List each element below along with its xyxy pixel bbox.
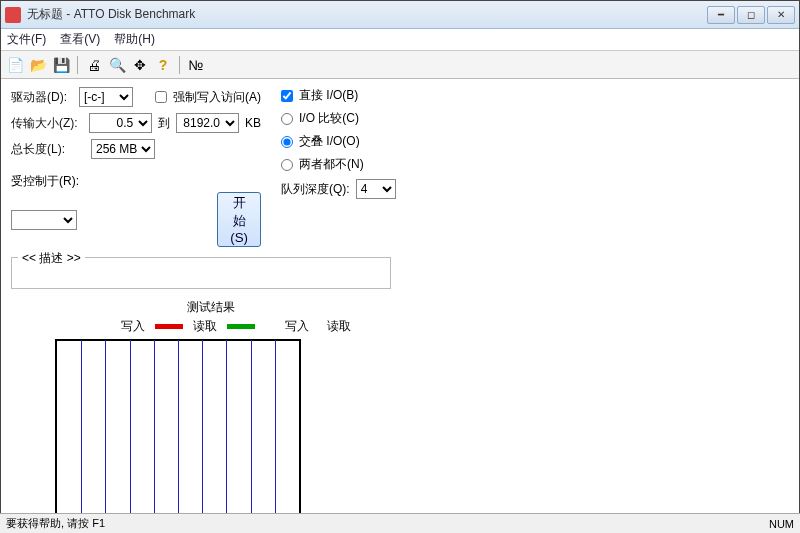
close-button[interactable]: ✕: [767, 6, 795, 24]
neither-radio[interactable]: [281, 159, 293, 171]
controlled-select[interactable]: [11, 210, 77, 230]
save-icon[interactable]: 💾: [51, 55, 71, 75]
queue-select[interactable]: 4: [356, 179, 396, 199]
length-select[interactable]: 256 MB: [91, 139, 155, 159]
drive-select[interactable]: [-c-]: [79, 87, 133, 107]
print-icon[interactable]: 🖨: [84, 55, 104, 75]
left-column: 驱动器(D): [-c-] 强制写入访问(A) 传输大小(Z): 0.5 到 8…: [11, 87, 261, 247]
menu-file[interactable]: 文件(F): [7, 31, 46, 48]
minimize-button[interactable]: ━: [707, 6, 735, 24]
result-title: 测试结果: [11, 299, 411, 316]
to-label: 到: [158, 115, 170, 132]
new-icon[interactable]: 📄: [5, 55, 25, 75]
menu-help[interactable]: 帮助(H): [114, 31, 155, 48]
status-text: 要获得帮助, 请按 F1: [6, 516, 105, 531]
transfer-label: 传输大小(Z):: [11, 115, 83, 132]
title-bar: 无标题 - ATTO Disk Benchmark ━ ◻ ✕: [1, 1, 799, 29]
size-from-select[interactable]: 0.5: [89, 113, 152, 133]
start-button[interactable]: 开始(S): [217, 192, 261, 247]
window-buttons: ━ ◻ ✕: [707, 6, 795, 24]
app-icon: [5, 7, 21, 23]
menu-view[interactable]: 查看(V): [60, 31, 100, 48]
description-group: << 描述 >>: [11, 257, 391, 289]
size-to-select[interactable]: 8192.0: [176, 113, 239, 133]
col-write-header: 写入: [285, 318, 309, 335]
force-write-checkbox[interactable]: [155, 91, 167, 103]
about-icon[interactable]: №: [186, 55, 206, 75]
io-compare-label: I/O 比较(C): [299, 110, 359, 127]
help-icon[interactable]: ?: [153, 55, 173, 75]
legend-read-swatch: [227, 324, 255, 329]
right-column: 直接 I/O(B) I/O 比较(C) 交叠 I/O(O) 两者都不(N) 队列…: [281, 87, 396, 247]
chart-area: [11, 339, 789, 529]
legend: 写入 读取 写入 读取: [121, 318, 789, 335]
legend-read-label: 读取: [193, 318, 217, 335]
overlap-io-label: 交叠 I/O(O): [299, 133, 360, 150]
legend-write-swatch: [155, 324, 183, 329]
force-write-label: 强制写入访问(A): [173, 89, 261, 106]
preview-icon[interactable]: 🔍: [107, 55, 127, 75]
controlled-label: 受控制于(R):: [11, 173, 261, 190]
kb-label: KB: [245, 116, 261, 130]
window-title: 无标题 - ATTO Disk Benchmark: [27, 6, 707, 23]
legend-write-label: 写入: [121, 318, 145, 335]
neither-label: 两者都不(N): [299, 156, 364, 173]
length-label: 总长度(L):: [11, 141, 85, 158]
status-bar: 要获得帮助, 请按 F1 NUM: [0, 513, 800, 533]
content-area: 驱动器(D): [-c-] 强制写入访问(A) 传输大小(Z): 0.5 到 8…: [1, 79, 799, 533]
chart: [55, 339, 301, 529]
maximize-button[interactable]: ◻: [737, 6, 765, 24]
direct-io-checkbox[interactable]: [281, 90, 293, 102]
separator: [179, 56, 180, 74]
overlap-io-radio[interactable]: [281, 136, 293, 148]
open-icon[interactable]: 📂: [28, 55, 48, 75]
col-read-header: 读取: [327, 318, 351, 335]
move-icon[interactable]: ✥: [130, 55, 150, 75]
menu-bar: 文件(F) 查看(V) 帮助(H): [1, 29, 799, 51]
direct-io-label: 直接 I/O(B): [299, 87, 358, 104]
separator: [77, 56, 78, 74]
toolbar: 📄 📂 💾 🖨 🔍 ✥ ? №: [1, 51, 799, 79]
io-compare-radio[interactable]: [281, 113, 293, 125]
num-indicator: NUM: [769, 518, 794, 530]
description-title: << 描述 >>: [18, 250, 85, 267]
queue-depth-label: 队列深度(Q):: [281, 181, 350, 198]
drive-label: 驱动器(D):: [11, 89, 73, 106]
